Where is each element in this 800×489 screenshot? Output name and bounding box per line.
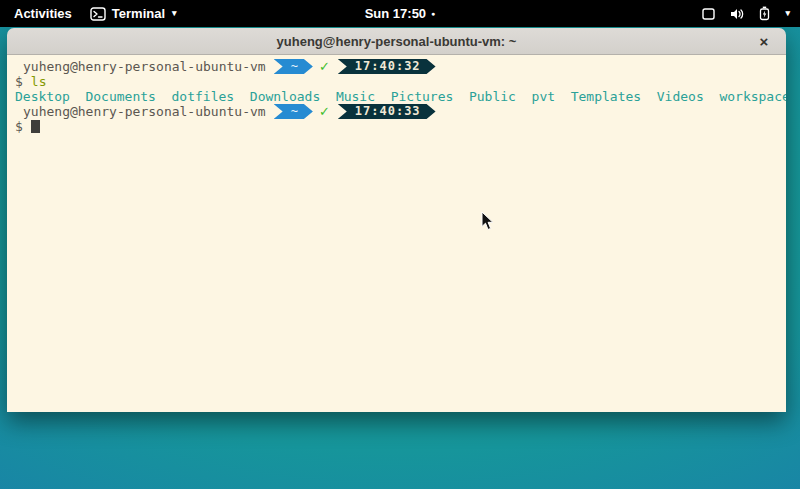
prompt-symbol: $ [15, 74, 23, 89]
ls-output: Desktop Documents dotfiles Downloads Mus… [15, 89, 786, 104]
activities-button[interactable]: Activities [10, 4, 76, 23]
prompt-path-segment: ~ [274, 59, 313, 74]
tray-chevron-down-icon: ▾ [785, 9, 790, 18]
prompt-path-segment: ~ [274, 104, 313, 119]
notification-dot: ● [431, 10, 435, 17]
clock[interactable]: Sun 17:50 [365, 6, 426, 21]
terminal-window: yuheng@henry-personal-ubuntu-vm: ~ × yuh… [7, 28, 786, 412]
prompt-user-host: yuheng@henry-personal-ubuntu-vm [23, 104, 266, 119]
close-button[interactable]: × [754, 28, 774, 55]
window-title: yuheng@henry-personal-ubuntu-vm: ~ [277, 34, 517, 49]
app-menu-label: Terminal [112, 6, 165, 21]
prompt-time-badge: 17:40:32 [338, 59, 436, 74]
display-icon [701, 7, 716, 21]
prompt-user-host: yuheng@henry-personal-ubuntu-vm [23, 59, 266, 74]
text-cursor [31, 120, 40, 133]
battery-charging-icon [758, 6, 771, 21]
system-tray[interactable]: ▾ [701, 0, 792, 27]
titlebar[interactable]: yuheng@henry-personal-ubuntu-vm: ~ × [7, 28, 786, 55]
check-icon: ✓ [319, 59, 330, 74]
prompt-time-badge: 17:40:33 [338, 104, 436, 119]
volume-icon [729, 7, 745, 21]
terminal-icon [90, 7, 106, 21]
prompt-line: yuheng@henry-personal-ubuntu-vm ~ ✓ 17:4… [15, 104, 786, 119]
command-text: ls [31, 74, 47, 89]
chevron-down-icon: ▾ [172, 9, 177, 18]
current-input-line[interactable]: $ [15, 119, 786, 134]
desktop: Activities Terminal ▾ Sun 17:50 ● [0, 0, 800, 489]
command-line: $ ls [15, 74, 786, 89]
check-icon: ✓ [319, 104, 330, 119]
app-menu-button[interactable]: Terminal ▾ [90, 6, 177, 21]
top-bar: Activities Terminal ▾ Sun 17:50 ● [0, 0, 800, 27]
terminal-content[interactable]: yuheng@henry-personal-ubuntu-vm ~ ✓ 17:4… [7, 55, 786, 412]
prompt-line: yuheng@henry-personal-ubuntu-vm ~ ✓ 17:4… [15, 59, 786, 74]
prompt-symbol: $ [15, 119, 23, 134]
